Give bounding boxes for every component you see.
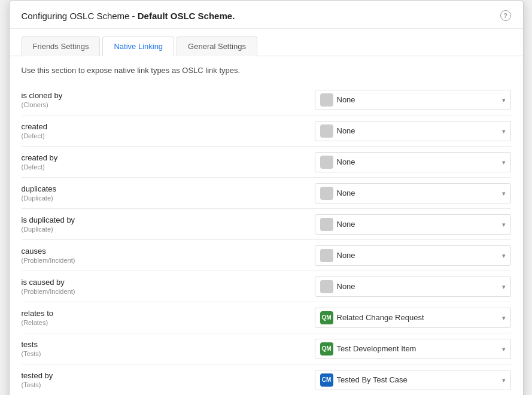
- link-type-dropdown[interactable]: None▾: [315, 276, 511, 297]
- title-bold: Default OSLC Scheme.: [138, 11, 235, 21]
- table-row: created by(Defect)None▾: [22, 147, 511, 178]
- help-icon[interactable]: ?: [500, 10, 511, 21]
- dropdown-value: None: [337, 126, 355, 135]
- link-name: is duplicated by: [22, 215, 308, 224]
- chevron-down-icon: ▾: [502, 158, 506, 166]
- link-subtype: (Defect): [22, 163, 308, 171]
- chevron-down-icon: ▾: [502, 345, 506, 353]
- dropdown-value: None: [337, 189, 355, 198]
- qm-badge: QM: [320, 342, 333, 356]
- table-row: tests(Tests)QMTest Development Item▾: [22, 333, 511, 364]
- dropdown-value: None: [337, 251, 355, 260]
- cm-badge: CM: [320, 373, 333, 387]
- link-subtype: (Cloners): [22, 101, 308, 108]
- tab-native-linking[interactable]: Native Linking: [102, 37, 174, 56]
- link-type-dropdown[interactable]: CMTested By Test Case▾: [315, 370, 511, 390]
- link-name: tests: [22, 340, 308, 349]
- link-subtype: (Relates): [22, 319, 308, 326]
- link-subtype: (Duplicate): [22, 195, 308, 202]
- dialog-body: Use this section to expose native link t…: [10, 56, 523, 395]
- qm-badge: QM: [320, 311, 333, 324]
- link-type-dropdown[interactable]: None▾: [315, 90, 511, 110]
- link-type-dropdown[interactable]: QMRelated Change Request▾: [315, 308, 511, 328]
- dropdown-value: None: [337, 95, 355, 104]
- dropdown-value: None: [337, 220, 355, 229]
- dialog-header: Configuring OSLC Scheme - Default OSLC S…: [10, 1, 523, 29]
- tab-friends[interactable]: Friends Settings: [22, 37, 101, 56]
- chevron-down-icon: ▾: [502, 314, 506, 321]
- link-name: is cloned by: [22, 91, 308, 100]
- table-row: causes(Problem/Incident)None▾: [22, 240, 511, 271]
- table-row: tested by(Tests)CMTested By Test Case▾: [22, 364, 511, 395]
- link-name: tested by: [22, 371, 308, 380]
- chevron-down-icon: ▾: [502, 282, 506, 290]
- link-subtype: (Tests): [22, 381, 308, 388]
- link-name: duplicates: [22, 184, 308, 193]
- link-subtype: (Problem/Incident): [22, 288, 308, 295]
- table-row: is cloned by(Cloners)None▾: [22, 84, 511, 116]
- tabs-bar: Friends Settings Native Linking General …: [10, 29, 523, 56]
- link-type-dropdown[interactable]: None▾: [315, 152, 511, 172]
- link-name: causes: [22, 247, 308, 256]
- chevron-down-icon: ▾: [502, 220, 506, 228]
- dropdown-value: Test Development Item: [337, 344, 417, 353]
- link-subtype: (Duplicate): [22, 226, 308, 233]
- link-name: is caused by: [22, 278, 308, 287]
- link-subtype: (Tests): [22, 350, 308, 357]
- title-prefix: Configuring OSLC Scheme -: [22, 11, 138, 21]
- link-type-dropdown[interactable]: QMTest Development Item▾: [315, 339, 511, 359]
- dropdown-value: Tested By Test Case: [337, 375, 408, 384]
- dropdown-value: Related Change Request: [337, 313, 424, 322]
- chevron-down-icon: ▾: [502, 96, 506, 104]
- table-row: relates to(Relates)QMRelated Change Requ…: [22, 302, 511, 333]
- link-type-dropdown[interactable]: None▾: [315, 183, 511, 203]
- table-row: created(Defect)None▾: [22, 116, 511, 147]
- chevron-down-icon: ▾: [502, 376, 506, 384]
- link-type-dropdown[interactable]: None▾: [315, 245, 511, 266]
- section-description: Use this section to expose native link t…: [22, 66, 511, 75]
- link-type-dropdown[interactable]: None▾: [315, 214, 511, 235]
- chevron-down-icon: ▾: [502, 251, 506, 259]
- link-subtype: (Defect): [22, 132, 308, 139]
- table-row: duplicates(Duplicate)None▾: [22, 178, 511, 209]
- table-row: is duplicated by(Duplicate)None▾: [22, 209, 511, 240]
- tab-general-settings[interactable]: General Settings: [177, 37, 257, 56]
- dialog: Configuring OSLC Scheme - Default OSLC S…: [9, 0, 524, 395]
- link-name: relates to: [22, 309, 308, 318]
- chevron-down-icon: ▾: [502, 127, 506, 135]
- dialog-title: Configuring OSLC Scheme - Default OSLC S…: [22, 11, 235, 21]
- link-rows-container: is cloned by(Cloners)None▾created(Defect…: [22, 84, 511, 395]
- table-row: is caused by(Problem/Incident)None▾: [22, 271, 511, 302]
- link-name: created by: [22, 153, 308, 162]
- link-name: created: [22, 122, 308, 131]
- chevron-down-icon: ▾: [502, 189, 506, 197]
- dropdown-value: None: [337, 282, 355, 291]
- link-subtype: (Problem/Incident): [22, 257, 308, 264]
- link-type-dropdown[interactable]: None▾: [315, 121, 511, 141]
- dropdown-value: None: [337, 157, 355, 166]
